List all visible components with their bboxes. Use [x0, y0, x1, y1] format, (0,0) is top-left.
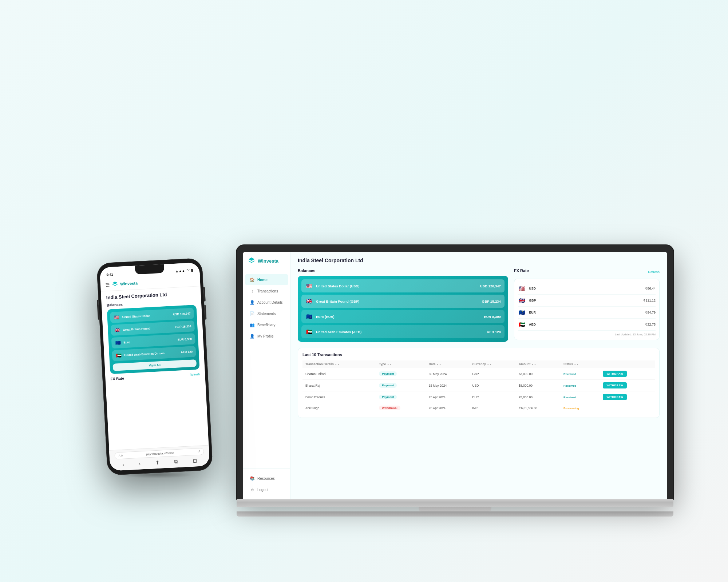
- tx-date: 15 May 2024: [426, 380, 470, 391]
- home-icon: 🏠: [250, 277, 255, 282]
- tx-status: Received: [561, 391, 600, 403]
- sidebar-item-my-profile[interactable]: 👤 My Profile: [245, 331, 288, 342]
- phone-usd-label: United States Dollar: [122, 313, 171, 319]
- tx-amount: £3,000.00: [516, 368, 561, 380]
- phone-logo: ☰ Winvesta: [106, 280, 138, 288]
- gbp-flag: 🇬🇧: [305, 297, 313, 305]
- power-button: [97, 300, 99, 320]
- fx-header: FX Rate Refresh: [514, 268, 660, 276]
- phone-gbp-flag: 🇬🇧: [114, 327, 121, 334]
- sidebar-logo: Winvesta: [243, 252, 290, 270]
- phone-status-icons: ▲▲▲ 〜 ▮: [175, 268, 193, 274]
- laptop-device: Winvesta 🏠 Home ↕ Transactions: [237, 245, 673, 517]
- font-size-control[interactable]: A A: [118, 454, 123, 458]
- profile-icon: 👤: [250, 334, 255, 339]
- tx-name: Anil Singh: [302, 403, 376, 413]
- sidebar-item-account-details[interactable]: 👤 Account Details: [245, 297, 288, 308]
- laptop-screen: Winvesta 🏠 Home ↕ Transactions: [243, 252, 667, 499]
- fx-item-eur: 🇪🇺 EUR ₹94.79: [518, 307, 656, 319]
- statements-icon: 📄: [250, 311, 255, 316]
- winvesta-logo-icon: [248, 257, 256, 265]
- col-transaction-details: Transaction Details ▲▼: [302, 360, 376, 368]
- tx-status: Received: [561, 380, 600, 391]
- balances-section: Balances 🇺🇸 United States Dollar (USD) U…: [298, 268, 508, 342]
- volume-up-button: [203, 287, 206, 301]
- sidebar-item-statements[interactable]: 📄 Statements: [245, 308, 288, 319]
- tx-date: 30 May 2024: [426, 368, 470, 380]
- url-text[interactable]: pay.winvesta.in/home: [146, 451, 174, 456]
- fx-aed-flag: 🇦🇪: [518, 320, 526, 328]
- phone-fx-refresh[interactable]: Refresh: [190, 373, 200, 376]
- phone-balance-card: 🇺🇸 United States Dollar USD 120,347 🇬🇧 G…: [107, 305, 200, 374]
- wifi-icon: 〜: [186, 268, 190, 273]
- logo-text: Winvesta: [258, 258, 278, 264]
- aed-amount: AED 120: [487, 330, 501, 334]
- table-row: David D'souza Payment 25 Apr 2024 EUR €3…: [302, 391, 655, 403]
- tx-name: Bharat Raj: [302, 380, 376, 391]
- tx-action: WITHDRAW: [600, 368, 655, 380]
- bookmarks-button[interactable]: ⧉: [174, 458, 178, 465]
- tabs-button[interactable]: ⊡: [193, 458, 197, 464]
- phone-notch: [135, 264, 164, 274]
- col-date: Date ▲▼: [426, 360, 470, 368]
- phone-gbp-amount: GBP 15,234: [175, 324, 191, 328]
- hamburger-icon[interactable]: ☰: [106, 282, 110, 288]
- sidebar-item-transactions[interactable]: ↕ Transactions: [245, 286, 288, 296]
- sidebar-item-label: Logout: [257, 488, 269, 492]
- phone-fx-title: FX Rate: [110, 376, 124, 381]
- tx-amount: €3,000.00: [516, 391, 561, 403]
- sidebar-item-label: Beneficiary: [257, 323, 275, 327]
- withdraw-button[interactable]: WITHDRAW: [603, 394, 627, 400]
- balances-title: Balances: [298, 268, 508, 273]
- phone-balance-aed: 🇦🇪 United Arab Emirates Dirham AED 120: [112, 346, 196, 361]
- sidebar-item-resources[interactable]: 📚 Resources: [245, 473, 288, 484]
- sidebar-item-label: Statements: [257, 312, 276, 316]
- eur-flag: 🇪🇺: [305, 312, 313, 320]
- fx-item-aed: 🇦🇪 AED ₹22.75: [518, 319, 656, 331]
- usd-flag: 🇺🇸: [305, 282, 313, 290]
- col-type: Type ▲▼: [376, 360, 426, 368]
- tx-action: [600, 403, 655, 413]
- fx-section: FX Rate Refresh 🇺🇸 USD ₹86.44: [514, 268, 660, 342]
- fx-item-usd: 🇺🇸 USD ₹86.44: [518, 283, 656, 295]
- phone-aed-amount: AED 120: [181, 350, 193, 354]
- phone-browser-bar: A A pay.winvesta.in/home ↺ ‹ › ⬆ ⧉ ⊡: [109, 445, 210, 471]
- forward-button[interactable]: ›: [139, 461, 141, 466]
- usd-label: United States Dollar (USD): [316, 284, 477, 288]
- laptop-base: [237, 499, 673, 507]
- fx-usd-currency: USD: [529, 287, 540, 290]
- fx-gbp-currency: GBP: [529, 299, 540, 302]
- back-button[interactable]: ‹: [122, 461, 124, 467]
- view-all-button[interactable]: View All: [112, 359, 197, 371]
- balance-item-aed: 🇦🇪 United Arab Emirates (AED) AED 120: [301, 325, 505, 338]
- phone-usd-flag: 🇺🇸: [113, 314, 120, 321]
- table-row: Bharat Raj Payment 15 May 2024 USD $8,00…: [302, 380, 655, 391]
- transactions-section: Last 10 Transactions Transaction Details…: [298, 348, 660, 418]
- phone-balance-usd: 🇺🇸 United States Dollar USD 120,347: [110, 308, 194, 323]
- phone-logo-text: Winvesta: [120, 281, 138, 286]
- volume-down-button: [204, 305, 206, 319]
- tx-action: WITHDRAW: [600, 391, 655, 403]
- sidebar-item-label: My Profile: [257, 334, 273, 338]
- fx-refresh-button[interactable]: Refresh: [648, 270, 660, 274]
- sidebar-item-beneficiary[interactable]: 👥 Beneficiary: [245, 319, 288, 330]
- transactions-title: Last 10 Transactions: [302, 352, 655, 357]
- withdraw-button[interactable]: WITHDRAW: [603, 371, 627, 377]
- share-button[interactable]: ⬆: [155, 459, 160, 466]
- app-layout: Winvesta 🏠 Home ↕ Transactions: [243, 252, 667, 499]
- tx-type: Withdrawal: [376, 403, 426, 413]
- reload-icon[interactable]: ↺: [197, 450, 200, 453]
- balance-item-gbp: 🇬🇧 Great Britain Pound (GBP) GBP 15,234: [301, 295, 505, 308]
- sidebar-item-label: Home: [257, 278, 268, 282]
- fx-item-gbp: 🇬🇧 GBP ₹111.12: [518, 295, 656, 307]
- withdraw-button[interactable]: WITHDRAW: [603, 382, 627, 388]
- sidebar-item-home[interactable]: 🏠 Home: [245, 274, 288, 285]
- tx-type: Payment: [376, 391, 426, 403]
- tx-currency: INR: [470, 403, 516, 413]
- phone-app-content: India Steel Corporation Ltd Balances 🇺🇸 …: [101, 286, 205, 387]
- tx-action: WITHDRAW: [600, 380, 655, 391]
- sidebar-item-logout[interactable]: ⎋ Logout: [245, 484, 288, 495]
- balance-card: 🇺🇸 United States Dollar (USD) USD 120,34…: [298, 276, 508, 342]
- sidebar-bottom: 📚 Resources ⎋ Logout: [243, 469, 290, 499]
- tx-status: Received: [561, 368, 600, 380]
